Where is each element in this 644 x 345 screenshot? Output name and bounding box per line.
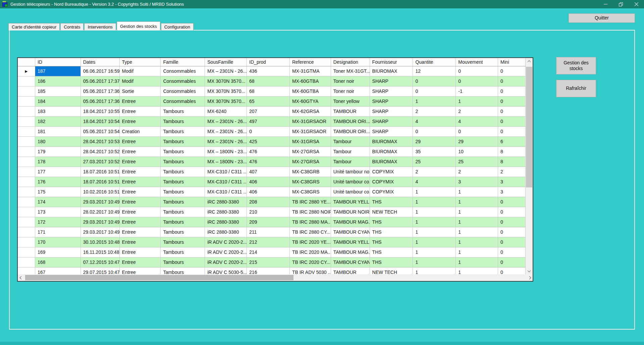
cell-id_prod[interactable]: 425 xyxy=(247,137,290,147)
column-header-quantite[interactable]: Quantite xyxy=(413,58,456,66)
cell-id_prod[interactable]: 497 xyxy=(247,117,290,127)
scroll-right-icon[interactable] xyxy=(526,274,533,281)
cell-mini[interactable]: 0 xyxy=(498,87,526,97)
table-row[interactable]: 17618.07.2016 10:51EntreeTamboursMX-C310… xyxy=(18,177,526,187)
cell-reference[interactable]: TB IRC 2020 YE... xyxy=(290,237,331,247)
cell-quantite[interactable]: 25 xyxy=(413,157,456,167)
cell-mini[interactable]: 0 xyxy=(498,97,526,107)
current-row-indicator[interactable]: ▶ xyxy=(18,66,35,76)
cell-designation[interactable]: TAMBOUR YELL... xyxy=(331,237,370,247)
cell-type[interactable]: Entree xyxy=(120,147,161,157)
cell-dates[interactable]: 05.06.2017 17:36 xyxy=(81,97,120,107)
cell-reference[interactable]: MX-62GRSA xyxy=(290,107,331,117)
column-header-id_prod[interactable]: ID_prod xyxy=(247,58,290,66)
cell-mouvement[interactable]: 1 xyxy=(456,257,498,268)
cell-quantite[interactable]: 1 xyxy=(413,187,456,197)
cell-id_prod[interactable]: 0 xyxy=(247,127,290,137)
cell-famille[interactable]: Tambours xyxy=(161,127,205,137)
cell-id_prod[interactable]: 214 xyxy=(247,247,290,257)
row-header-cell[interactable] xyxy=(18,227,35,237)
table-row[interactable]: 18605.06.2017 17:37ModifConsommablesMX 3… xyxy=(18,76,526,87)
cell-famille[interactable]: Tambours xyxy=(161,117,205,127)
table-row[interactable]: 16729.07.2015 10:47EntreeTamboursiR ADV … xyxy=(18,268,526,274)
cell-id[interactable]: 167 xyxy=(35,268,81,274)
row-header-cell[interactable] xyxy=(18,217,35,227)
column-header-sousfamille[interactable]: SousFamille xyxy=(205,58,247,66)
cell-sousfamille[interactable]: iRC 2880-3380 xyxy=(205,207,247,217)
cell-quantite[interactable]: 2 xyxy=(413,107,456,117)
cell-id_prod[interactable]: 211 xyxy=(247,227,290,237)
horizontal-scrollbar[interactable] xyxy=(18,274,533,281)
cell-type[interactable]: Entree xyxy=(120,247,161,257)
cell-id_prod[interactable]: 436 xyxy=(247,66,290,76)
row-header-cell[interactable] xyxy=(18,268,35,274)
cell-fournisseur[interactable]: THS xyxy=(370,217,413,227)
cell-id[interactable]: 179 xyxy=(35,147,81,157)
cell-quantite[interactable]: 12 xyxy=(413,66,456,76)
cell-designation[interactable]: TAMBOUR MAG... xyxy=(331,217,370,227)
table-row[interactable]: 18405.06.2017 17:36EntreeConsommablesMX … xyxy=(18,97,526,107)
cell-type[interactable]: Entree xyxy=(120,197,161,207)
cell-reference[interactable]: MX-27GRSA xyxy=(290,157,331,167)
column-header-famille[interactable]: Famille xyxy=(161,58,205,66)
cell-sousfamille[interactable]: iR ADV C 2020-2... xyxy=(205,237,247,247)
cell-mini[interactable]: 0 xyxy=(498,268,526,274)
cell-sousfamille[interactable]: MX-C310 / C311 ... xyxy=(205,167,247,177)
cell-mini[interactable]: 2 xyxy=(498,167,526,177)
cell-fournisseur[interactable]: THS xyxy=(370,247,413,257)
cell-quantite[interactable]: 1 xyxy=(413,207,456,217)
cell-famille[interactable]: Tambours xyxy=(161,147,205,157)
cell-mini[interactable]: 0 xyxy=(498,197,526,207)
cell-mini[interactable]: 3 xyxy=(498,177,526,187)
cell-quantite[interactable]: 1 xyxy=(413,97,456,107)
table-row[interactable]: 17827.03.2017 10:52EntreeTamboursMX – 18… xyxy=(18,157,526,167)
cell-type[interactable]: Entree xyxy=(120,207,161,217)
column-header-mouvement[interactable]: Mouvement xyxy=(456,58,498,66)
cell-famille[interactable]: Tambours xyxy=(161,177,205,187)
cell-dates[interactable]: 16.11.2015 10:48 xyxy=(81,247,120,257)
cell-type[interactable]: Sortie xyxy=(120,87,161,97)
cell-dates[interactable]: 28.04.2017 10:52 xyxy=(81,147,120,157)
cell-mouvement[interactable]: 4 xyxy=(456,117,498,127)
cell-type[interactable]: Entree xyxy=(120,137,161,147)
cell-sousfamille[interactable]: MX 3070N 3570... xyxy=(205,87,247,97)
table-row[interactable]: 18105.06.2017 10:54CreationTamboursMX – … xyxy=(18,127,526,137)
cell-famille[interactable]: Tambours xyxy=(161,167,205,177)
cell-mouvement[interactable]: 1 xyxy=(456,217,498,227)
table-row[interactable]: 17229.03.2017 10:49EntreeTamboursiRC 288… xyxy=(18,217,526,227)
cell-id[interactable]: 172 xyxy=(35,217,81,227)
cell-mouvement[interactable]: 1 xyxy=(456,237,498,247)
cell-fournisseur[interactable]: SHARP xyxy=(370,76,413,87)
cell-quantite[interactable]: 1 xyxy=(413,247,456,257)
cell-mouvement[interactable]: 1 xyxy=(456,197,498,207)
cell-quantite[interactable]: 0 xyxy=(413,87,456,97)
row-header-cell[interactable] xyxy=(18,177,35,187)
cell-dates[interactable]: 06.06.2017 16:59 xyxy=(81,66,120,76)
cell-famille[interactable]: Tambours xyxy=(161,157,205,167)
cell-type[interactable]: Entree xyxy=(120,268,161,274)
row-header-cell[interactable] xyxy=(18,76,35,87)
scroll-up-icon[interactable] xyxy=(526,58,533,65)
table-row[interactable]: 16807.12.2015 10:47EntreeTamboursiR ADV … xyxy=(18,257,526,268)
cell-mini[interactable]: 0 xyxy=(498,207,526,217)
table-row[interactable]: 18318.04.2017 10:55EntreeTamboursMX-6240… xyxy=(18,107,526,117)
cell-famille[interactable]: Tambours xyxy=(161,268,205,274)
cell-id[interactable]: 174 xyxy=(35,197,81,207)
cell-designation[interactable]: TAMBOUR CYAN xyxy=(331,257,370,268)
cell-dates[interactable]: 05.06.2017 17:36 xyxy=(81,87,120,97)
cell-designation[interactable]: Toner yellow xyxy=(331,97,370,107)
cell-famille[interactable]: Tambours xyxy=(161,107,205,117)
cell-id[interactable]: 170 xyxy=(35,237,81,247)
cell-mouvement[interactable]: 2 xyxy=(456,107,498,117)
cell-id[interactable]: 176 xyxy=(35,177,81,187)
column-header-id[interactable]: ID xyxy=(35,58,81,66)
cell-type[interactable]: Entree xyxy=(120,237,161,247)
cell-reference[interactable]: TB IRC 2880 MA... xyxy=(290,217,331,227)
scroll-down-icon[interactable] xyxy=(526,268,533,274)
row-header-cell[interactable] xyxy=(18,147,35,157)
cell-id[interactable]: 186 xyxy=(35,76,81,87)
cell-id_prod[interactable]: 216 xyxy=(247,268,290,274)
table-row[interactable]: 17328.02.2017 10:49EntreeTamboursiRC 288… xyxy=(18,207,526,217)
cell-id[interactable]: 171 xyxy=(35,227,81,237)
cell-designation[interactable]: Unité tambour noir xyxy=(331,167,370,177)
